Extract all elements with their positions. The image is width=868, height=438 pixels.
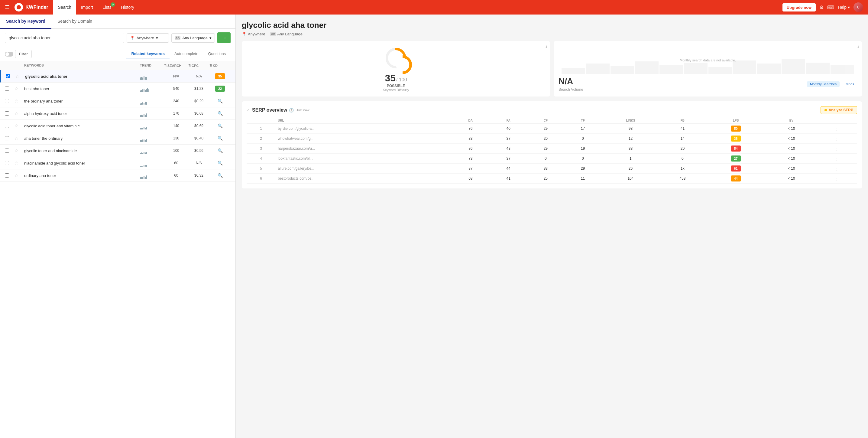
user-avatar[interactable]: U — [854, 2, 863, 12]
table-row: ☆ glycolic toner and niacinamide 100 $0.… — [0, 145, 236, 157]
serp-time: Just now — [296, 108, 309, 112]
row-checkbox[interactable] — [5, 173, 9, 178]
kd-search-icon[interactable]: 🔍 — [210, 136, 230, 141]
keyword-name[interactable]: glycolic toner and niacinamide — [24, 148, 140, 153]
trend-chart — [140, 110, 164, 117]
pa-value: 43 — [490, 144, 527, 154]
star-icon[interactable]: ☆ — [14, 86, 24, 91]
star-icon[interactable]: ☆ — [14, 111, 24, 116]
serp-row-menu[interactable]: ⋮ — [834, 146, 839, 151]
nav-lists[interactable]: Lists 0 — [98, 0, 116, 14]
serp-row-menu[interactable]: ⋮ — [834, 156, 839, 161]
search-go-button[interactable]: → — [217, 32, 230, 43]
left-panel: Search by Keyword Search by Domain 📍 Any… — [0, 14, 236, 438]
da-value: 87 — [451, 164, 490, 174]
da-value: 76 — [451, 124, 490, 134]
cf-value: 20 — [527, 134, 564, 144]
keyword-name[interactable]: glycolic acid toner and vitamin c — [24, 124, 140, 128]
info-icon[interactable]: ℹ — [546, 44, 547, 49]
serp-url-link[interactable]: bestproducts.com/be... — [278, 176, 314, 181]
tab-search-keyword[interactable]: Search by Keyword — [0, 14, 51, 29]
keyword-name[interactable]: niacinamide and glycolic acid toner — [24, 161, 140, 166]
kd-metric-card: ℹ — [242, 41, 550, 96]
star-icon[interactable]: ☆ — [14, 136, 24, 141]
col-cf: CF — [527, 118, 564, 124]
serp-row-menu[interactable]: ⋮ — [834, 176, 839, 181]
row-checkbox[interactable] — [5, 111, 9, 116]
serp-header: ⤢ SERP overview 🕐 Just now Analyze SERP — [247, 106, 857, 114]
location-selector[interactable]: 📍 Anywhere ▾ — [127, 33, 169, 42]
info-icon[interactable]: ℹ — [858, 44, 859, 49]
row-checkbox[interactable] — [5, 148, 9, 153]
serp-url-link[interactable]: whowhatwear.com/gl... — [278, 137, 314, 141]
filter-button[interactable]: Filter — [15, 50, 32, 58]
keyword-name[interactable]: aha toner the ordinary — [24, 136, 140, 141]
star-icon[interactable]: ☆ — [14, 98, 24, 104]
serp-url-link[interactable]: allure.com/gallery/be... — [278, 166, 314, 171]
kd-search-icon[interactable]: 🔍 — [210, 148, 230, 153]
ev-value: < 10 — [766, 174, 816, 184]
star-icon[interactable]: ☆ — [14, 148, 24, 153]
trend-chart — [140, 147, 164, 154]
star-icon[interactable]: ☆ — [14, 123, 24, 128]
serp-row: 1 byrdie.com/glycolic-a... 76 40 29 17 9… — [247, 124, 857, 134]
search-input[interactable] — [5, 33, 124, 43]
star-icon[interactable]: ☆ — [16, 74, 25, 79]
nav-search[interactable]: Search — [53, 0, 76, 14]
keyword-name[interactable]: the ordinary aha toner — [24, 99, 140, 104]
row-checkbox[interactable] — [5, 136, 9, 140]
serp-url-link[interactable]: harpersbazaar.com/u... — [278, 146, 315, 151]
star-icon[interactable]: ☆ — [14, 160, 24, 166]
nav-import[interactable]: Import — [76, 0, 98, 14]
language-selector[interactable]: AB Any Language ▾ — [172, 33, 215, 42]
kd-search-icon[interactable]: 🔍 — [210, 123, 230, 128]
pa-value: 37 — [490, 134, 527, 144]
nav-history[interactable]: History — [116, 0, 139, 14]
help-menu[interactable]: Help ▾ — [838, 5, 850, 10]
kd-search-icon[interactable]: 🔍 — [210, 160, 230, 166]
kd-badge: 35 — [215, 73, 225, 79]
tab-trends[interactable]: Trends — [841, 81, 857, 87]
serp-row-menu[interactable]: ⋮ — [834, 126, 839, 131]
kd-search-icon[interactable]: 🔍 — [210, 111, 230, 116]
keyword-name[interactable]: alpha hydroxy acid toner — [24, 111, 140, 116]
keyboard-icon[interactable]: ⌨ — [827, 4, 834, 10]
gear-icon[interactable]: ⚙ — [819, 4, 824, 10]
expand-icon[interactable]: ⤢ — [247, 108, 250, 112]
row-checkbox[interactable] — [5, 99, 9, 103]
main-navigation: Search Import Lists 0 History — [53, 0, 139, 14]
keyword-name[interactable]: glycolic acid aha toner — [25, 74, 140, 79]
serp-url-link[interactable]: byrdie.com/glycolic-a... — [278, 126, 315, 131]
tab-questions[interactable]: Questions — [203, 50, 230, 58]
serp-url-link[interactable]: lookfantastic.com/bl... — [278, 156, 312, 160]
main-layout: Search by Keyword Search by Domain 📍 Any… — [0, 14, 868, 438]
row-checkbox[interactable] — [5, 124, 9, 128]
tab-monthly-searches[interactable]: Monthly Searches — [807, 81, 840, 87]
lang-icon: AB — [175, 36, 180, 40]
filter-dot-toggle[interactable] — [5, 52, 13, 57]
row-checkbox[interactable] — [5, 161, 9, 165]
tab-related-keywords[interactable]: Related keywords — [126, 50, 169, 58]
ev-value: < 10 — [766, 124, 816, 134]
row-checkbox[interactable] — [6, 74, 10, 78]
kd-search-icon[interactable]: 🔍 — [210, 98, 230, 104]
star-icon[interactable]: ☆ — [14, 173, 24, 178]
tab-autocomplete[interactable]: Autocomplete — [169, 50, 204, 58]
pa-value: 40 — [490, 124, 527, 134]
tab-search-domain[interactable]: Search by Domain — [51, 14, 98, 29]
analyze-serp-button[interactable]: Analyze SERP — [820, 106, 857, 114]
serp-row-menu[interactable]: ⋮ — [834, 136, 839, 141]
upgrade-button[interactable]: Upgrade now — [782, 3, 816, 11]
keyword-name[interactable]: ordinary aha toner — [24, 173, 140, 178]
app-logo[interactable]: KWFinder — [14, 3, 49, 11]
ev-value: < 10 — [766, 154, 816, 164]
keyword-name[interactable]: best aha toner — [24, 87, 140, 91]
row-checkbox[interactable] — [5, 87, 9, 91]
rank-number: 6 — [260, 176, 262, 181]
serp-table-header: URL DA PA CF TF Links FB LPS EV — [247, 118, 857, 124]
kd-search-icon[interactable]: 🔍 — [210, 173, 230, 178]
col-keywords: Keywords — [24, 63, 140, 67]
serp-row-menu[interactable]: ⋮ — [834, 166, 839, 171]
serp-section: ⤢ SERP overview 🕐 Just now Analyze SERP … — [242, 101, 862, 188]
menu-icon[interactable]: ☰ — [5, 4, 10, 10]
